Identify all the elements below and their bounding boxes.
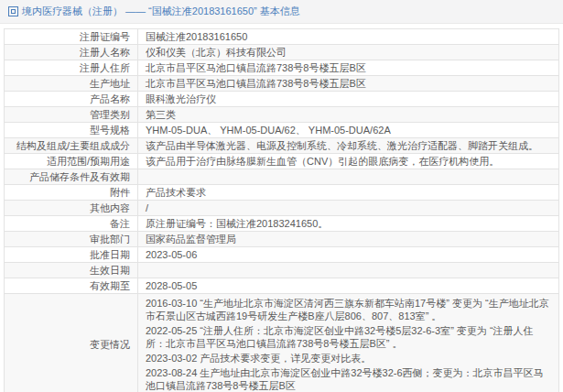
row-label: 注册证编号 — [5, 29, 138, 45]
row-value — [138, 169, 559, 185]
row-value: 国家药品监督管理局 — [138, 232, 559, 247]
row-value: / — [138, 201, 559, 216]
table-row: 批准日期 2023-05-06 — [5, 247, 559, 263]
row-label: 生效日期 — [5, 263, 138, 278]
table-row: 备注 原注册证编号：国械注准20183241650。 — [5, 216, 559, 232]
row-label: 注册人名称 — [5, 45, 138, 60]
row-value — [138, 263, 559, 278]
row-value: 仪和仪美（北京）科技有限公司 — [138, 45, 559, 60]
page-title: 境内医疗器械（注册） —— “国械注准20183161650” 基本信息 — [22, 5, 300, 18]
row-label: 注册人住所 — [5, 60, 138, 76]
change-history-line: 2016-03-10 “生产地址北京市海淀区清河西三旗东新都车站南17号楼” 变… — [146, 297, 551, 322]
row-label: 附件 — [5, 185, 138, 201]
row-label: 审批部门 — [5, 232, 138, 247]
table-row: 有效期至 2028-05-05 — [5, 278, 559, 294]
row-value: 该产品用于治疗由脉络膜新生血管（CNV）引起的眼底病变，在医疗机构使用。 — [138, 154, 559, 169]
row-label: 产品储存条件及有效期 — [5, 169, 138, 185]
table-row: 附件 产品技术要求 — [5, 185, 559, 201]
table-row: 产品名称 眼科激光治疗仪 — [5, 92, 559, 107]
table-row-change-history: 变更情况 2016-03-10 “生产地址北京市海淀区清河西三旗东新都车站南17… — [5, 294, 559, 392]
row-label: 产品名称 — [5, 92, 138, 107]
row-value: 北京市昌平区马池口镇昌流路738号8号楼五层B区 — [138, 76, 559, 92]
row-value: 该产品由半导体激光器、电源及控制系统、冷却系统、激光治疗适配器、脚踏开关组成。 — [138, 138, 559, 154]
row-label: 管理类别 — [5, 107, 138, 123]
row-value: 北京市昌平区马池口镇昌流路738号8号楼五层B区 — [138, 60, 559, 76]
row-label: 有效期至 — [5, 278, 138, 294]
row-label: 生产地址 — [5, 76, 138, 92]
change-history-line: 2023-08-24 生产地址由北京市海淀区创业中路32号楼32-6西侧；变更为… — [146, 366, 551, 392]
row-value: 产品技术要求 — [138, 185, 559, 201]
table-row: 注册人住所 北京市昌平区马池口镇昌流路738号8号楼五层B区 — [5, 60, 559, 76]
registration-info-table: 注册证编号 国械注准20183161650 注册人名称 仪和仪美（北京）科技有限… — [4, 28, 559, 392]
table-row: 型号规格 YHM-05-DUA、 YHM-05-DUA/62、 YHM-05-D… — [5, 123, 559, 138]
table-row: 结构及组成/主要组成成分 该产品由半导体激光器、电源及控制系统、冷却系统、激光治… — [5, 138, 559, 154]
table-row: 管理类别 第三类 — [5, 107, 559, 123]
table-row: 其他内容 / — [5, 201, 559, 216]
row-value: 2023-05-06 — [138, 247, 559, 263]
row-label: 变更情况 — [5, 294, 138, 392]
table-row: 生效日期 — [5, 263, 559, 278]
row-value: 2016-03-10 “生产地址北京市海淀区清河西三旗东新都车站南17号楼” 变… — [138, 294, 559, 392]
row-value: 眼科激光治疗仪 — [138, 92, 559, 107]
table-row: 产品储存条件及有效期 — [5, 169, 559, 185]
row-value: 2028-05-05 — [138, 278, 559, 294]
nested-square-icon — [8, 6, 18, 16]
row-value: 国械注准20183161650 — [138, 29, 559, 45]
change-history-line: 2022-05-25 “注册人住所：北京市海淀区创业中路32号楼5层32-6-3… — [146, 324, 551, 350]
row-label: 适用范围/预期用途 — [5, 154, 138, 169]
row-label: 型号规格 — [5, 123, 138, 138]
table-row: 生产地址 北京市昌平区马池口镇昌流路738号8号楼五层B区 — [5, 76, 559, 92]
row-label: 结构及组成/主要组成成分 — [5, 138, 138, 154]
row-label: 批准日期 — [5, 247, 138, 263]
table-row: 注册证编号 国械注准20183161650 — [5, 29, 559, 45]
row-label: 其他内容 — [5, 201, 138, 216]
row-value: 原注册证编号：国械注准20183241650。 — [138, 216, 559, 232]
row-value: 第三类 — [138, 107, 559, 123]
table-row: 审批部门 国家药品监督管理局 — [5, 232, 559, 247]
title-bar: 境内医疗器械（注册） —— “国械注准20183161650” 基本信息 — [0, 0, 563, 24]
row-label: 备注 — [5, 216, 138, 232]
table-row: 适用范围/预期用途 该产品用于治疗由脉络膜新生血管（CNV）引起的眼底病变，在医… — [5, 154, 559, 169]
row-value: YHM-05-DUA、 YHM-05-DUA/62、 YHM-05-DUA/62… — [138, 123, 559, 138]
change-history-line: 2023-03-02 产品技术要求变更，详见变更对比表。 — [146, 352, 551, 365]
table-row: 注册人名称 仪和仪美（北京）科技有限公司 — [5, 45, 559, 60]
